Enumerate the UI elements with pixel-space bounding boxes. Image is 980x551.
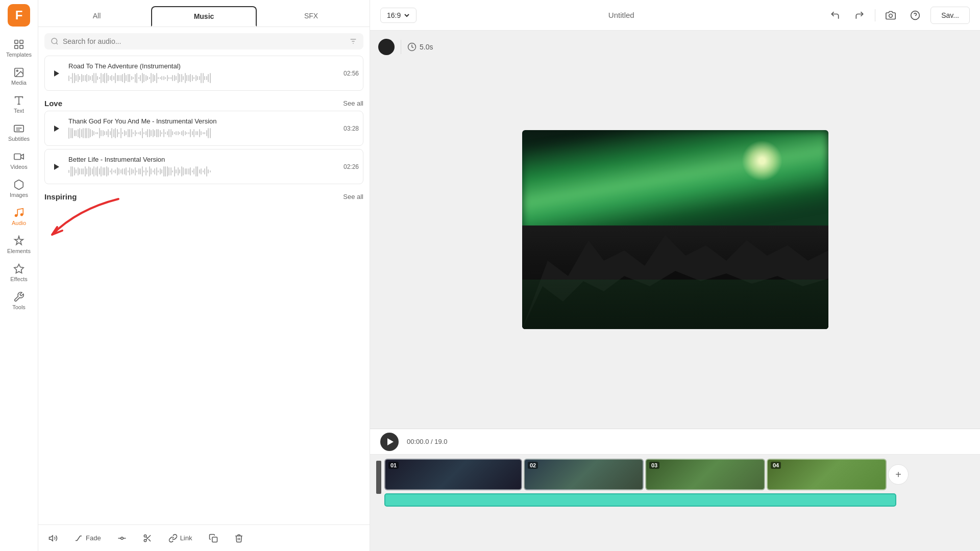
svg-rect-3 xyxy=(20,45,23,48)
sidebar-item-text[interactable]: Text xyxy=(1,91,37,118)
sidebar-item-media[interactable]: Media xyxy=(1,63,37,90)
time-value: 5.0s xyxy=(420,43,433,51)
video-track-1[interactable]: 01 xyxy=(384,459,522,490)
timeline-ruler xyxy=(376,461,381,494)
time-indicator: 5.0s xyxy=(407,42,433,52)
redo-button[interactable] xyxy=(850,6,869,24)
svg-point-12 xyxy=(15,214,18,217)
sidebar-item-templates[interactable]: Templates xyxy=(1,35,37,62)
section-inspiring-header: Inspiring See all xyxy=(44,187,363,204)
split-icon xyxy=(117,534,127,543)
play-button-love-1[interactable] xyxy=(49,121,63,136)
split-button[interactable] xyxy=(113,531,131,545)
add-track-button[interactable]: + xyxy=(888,464,909,485)
audio-item-love-2[interactable]: Better Life - Instrumental Version 02:26 xyxy=(44,149,363,184)
sidebar: F Templates Media Text xyxy=(0,0,38,551)
audio-item-love-1[interactable]: Thank God For You And Me - Instrumental … xyxy=(44,111,363,146)
top-bar: 16:9 Untitled xyxy=(370,0,980,31)
section-inspiring-title: Inspiring xyxy=(44,192,77,201)
sidebar-item-effects[interactable]: Effects xyxy=(1,259,37,286)
tab-all[interactable]: All xyxy=(44,6,149,27)
preview-controls: 5.0s xyxy=(378,39,433,55)
sidebar-item-elements-label: Elements xyxy=(7,248,31,254)
sidebar-item-videos-label: Videos xyxy=(10,164,27,170)
video-track-3[interactable]: 03 xyxy=(645,459,765,490)
svg-marker-14 xyxy=(14,264,23,273)
project-title: Untitled xyxy=(425,11,818,19)
audio-panel: All Music SFX Road To The Adventure (Ins… xyxy=(38,0,370,551)
audio-track-bar[interactable] xyxy=(384,493,896,507)
waveform-featured xyxy=(68,72,338,84)
delete-button[interactable] xyxy=(230,531,248,545)
sidebar-item-elements[interactable]: Elements xyxy=(1,231,37,258)
audio-info-love-1: Thank God For You And Me - Instrumental … xyxy=(68,117,338,139)
sidebar-item-templates-label: Templates xyxy=(6,52,32,58)
section-love-title: Love xyxy=(44,99,62,108)
tracks-container: 01 02 03 04 + xyxy=(384,459,974,507)
tools-icon xyxy=(13,291,24,303)
video-tracks-row: 01 02 03 04 + xyxy=(384,459,974,490)
fade-button[interactable]: Fade xyxy=(70,531,105,545)
sidebar-item-subtitles-label: Subtitles xyxy=(8,136,30,142)
elements-icon xyxy=(13,235,24,246)
sidebar-item-audio-label: Audio xyxy=(12,220,26,226)
svg-point-33 xyxy=(889,14,893,17)
link-icon xyxy=(168,534,178,543)
link-button[interactable]: Link xyxy=(164,531,197,545)
timeline-play-button[interactable] xyxy=(380,433,399,451)
sidebar-item-images[interactable]: Images xyxy=(1,175,37,202)
scissors-button[interactable] xyxy=(139,531,156,545)
aspect-ratio-button[interactable]: 16:9 xyxy=(380,8,416,23)
sidebar-item-subtitles[interactable]: Subtitles xyxy=(1,119,37,146)
tab-music[interactable]: Music xyxy=(151,6,257,27)
video-track-2[interactable]: 02 xyxy=(524,459,644,490)
audio-info-love-2: Better Life - Instrumental Version xyxy=(68,156,338,178)
audio-item-featured[interactable]: Road To The Adventure (Instrumental) 02:… xyxy=(44,56,363,91)
svg-marker-20 xyxy=(50,535,53,541)
photo-icon xyxy=(13,179,24,190)
sidebar-item-text-label: Text xyxy=(14,108,24,114)
audio-title-love-2: Better Life - Instrumental Version xyxy=(68,156,338,163)
svg-line-16 xyxy=(56,43,58,44)
svg-point-24 xyxy=(120,537,123,539)
see-all-inspiring-button[interactable]: See all xyxy=(343,193,363,201)
snapshot-button[interactable] xyxy=(881,6,900,24)
help-icon xyxy=(910,10,920,20)
music-icon xyxy=(13,207,24,218)
help-button[interactable] xyxy=(906,6,924,24)
clock-icon xyxy=(407,42,416,52)
svg-point-28 xyxy=(144,539,146,542)
filter-icon[interactable] xyxy=(349,37,357,45)
sidebar-item-videos[interactable]: Videos xyxy=(1,147,37,174)
play-button-featured[interactable] xyxy=(49,66,63,81)
bottom-toolbar: Fade Link xyxy=(38,524,370,551)
tab-sfx[interactable]: SFX xyxy=(259,6,363,27)
track-area: 01 02 03 04 + xyxy=(370,455,980,551)
play-button-love-2[interactable] xyxy=(49,160,63,174)
volume-button[interactable] xyxy=(44,531,62,545)
image-icon xyxy=(13,67,24,78)
divider-vertical xyxy=(401,40,401,54)
aspect-ratio-value: 16:9 xyxy=(387,11,401,19)
svg-line-22 xyxy=(77,536,80,540)
undo-button[interactable] xyxy=(826,6,844,24)
svg-rect-1 xyxy=(20,40,23,43)
panel-content: Road To The Adventure (Instrumental) 02:… xyxy=(38,56,370,524)
add-track-icon: + xyxy=(895,469,901,481)
sidebar-item-audio[interactable]: Audio xyxy=(1,203,37,230)
svg-rect-0 xyxy=(15,40,18,43)
svg-point-27 xyxy=(144,535,146,537)
grid-icon xyxy=(13,39,24,50)
audio-duration-love-1: 03:28 xyxy=(344,125,359,132)
video-track-4[interactable]: 04 xyxy=(767,459,887,490)
see-all-love-button[interactable]: See all xyxy=(343,99,363,107)
fade-icon xyxy=(74,534,83,543)
save-button[interactable]: Sav... xyxy=(930,7,970,24)
sidebar-item-tools[interactable]: Tools xyxy=(1,287,37,314)
main-content: 16:9 Untitled xyxy=(370,0,980,551)
video-icon xyxy=(13,151,24,162)
preview-area: 5.0s xyxy=(370,31,980,429)
svg-rect-11 xyxy=(14,154,21,160)
copy-button[interactable] xyxy=(205,531,222,545)
search-input[interactable] xyxy=(63,37,345,45)
